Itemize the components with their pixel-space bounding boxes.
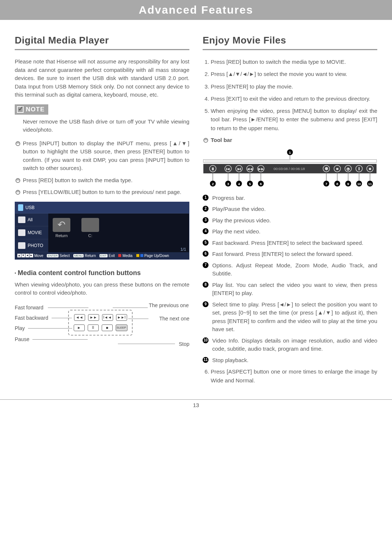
svg-text:10: 10 <box>357 182 361 186</box>
hint-select: ENTERSelect <box>47 254 70 258</box>
connector-line <box>128 319 148 319</box>
toolbar-label: Tool bar <box>203 136 377 145</box>
instruction-item: Press [YELLOW/BLUE] button to turn to th… <box>15 188 189 197</box>
svg-text:11: 11 <box>368 182 372 186</box>
step-item: Press [EXIT] to exit the video and retur… <box>211 94 377 103</box>
usb-icon <box>18 204 23 211</box>
svg-text:4: 4 <box>238 182 240 186</box>
sidebar-item-photo: PHOTO <box>15 239 48 252</box>
label-previous: The previous one <box>149 302 189 308</box>
instruction-item: Press [INPUT] button to display the INPU… <box>15 139 189 173</box>
media-browser-screenshot: USB All MOVIE PHOTO Return <box>15 202 189 260</box>
connector-line <box>52 318 72 318</box>
legend-item: Play the next video. <box>203 228 377 236</box>
left-column: Digital Media Player Please note that Hi… <box>15 35 189 388</box>
movie-icon <box>18 229 25 236</box>
red-button-icon <box>118 254 121 257</box>
hint-page: Page Up/Down <box>136 254 169 258</box>
svg-text:3: 3 <box>227 182 229 186</box>
toolbar-bullet: Tool bar <box>203 136 377 145</box>
note-box: NOTE <box>15 104 48 115</box>
sleep-button: SLEEP <box>116 324 127 331</box>
connector-line <box>48 308 88 308</box>
svg-text:i: i <box>358 167 360 171</box>
svg-text:8: 8 <box>336 182 339 186</box>
instruction-item: Press [RED] button to switch the media t… <box>15 176 189 185</box>
folder-return: Return <box>53 218 70 238</box>
svg-text:6: 6 <box>260 182 262 186</box>
section-title-dmp: Digital Media Player <box>15 35 189 50</box>
page-number: 13 <box>0 399 392 408</box>
legend-item: Select time to play. Press [◄/►] to sele… <box>203 301 377 334</box>
legend-item: Play the previous video. <box>203 216 377 225</box>
enter-key-icon: ENTER <box>47 254 58 257</box>
toolbar-diagram: 1 II I◄ ►I ◄◄ ►► 00:03:08 / 00: <box>203 149 377 190</box>
hint-move: ▲▼◄►Move <box>17 254 43 258</box>
svg-text:I◄: I◄ <box>226 168 230 171</box>
toolbar-svg: 1 II I◄ ►I ◄◄ ►► 00:03:08 / 00: <box>203 149 377 190</box>
legend-item: Play/Pause the video. <box>203 205 377 213</box>
fast-forward-button-icon: ►► <box>88 314 99 321</box>
movie-steps: Press [RED] button to switch the media t… <box>203 58 377 132</box>
svg-text:7: 7 <box>325 182 328 186</box>
svg-text:9: 9 <box>347 182 349 186</box>
label-fast-forward: Fast forward <box>15 305 43 310</box>
manual-page: Advanced Features Digital Media Player P… <box>0 0 392 423</box>
exit-key-icon: EXIT <box>99 254 108 257</box>
skip-next-button-icon: ►►I <box>116 314 127 321</box>
intro-paragraph: Please note that Hisense will not assume… <box>15 58 189 99</box>
legend-item: Video Info. Displays details on image re… <box>203 337 377 353</box>
toolbar-time-text: 00:03:08 / 00:06:18 <box>274 167 305 171</box>
toolbar-legend: Progress bar. Play/Pause the video. Play… <box>203 194 377 365</box>
svg-text:2: 2 <box>212 182 214 186</box>
photo-icon <box>18 242 25 249</box>
connector-line <box>113 308 148 308</box>
step-item: Press [ASPECT] button one or more times … <box>211 367 377 385</box>
right-column: Enjoy Movie Files Press [RED] button to … <box>203 35 377 388</box>
play-button-icon: ► <box>74 324 85 331</box>
page-indicator: 1/1 <box>48 246 189 252</box>
movie-step-6: Press [ASPECT] button one or more times … <box>203 367 377 385</box>
hint-return: MENUReturn <box>73 254 96 258</box>
rewind-button-icon: ◄◄ <box>74 314 85 321</box>
usb-header-row: USB <box>15 202 189 213</box>
label-next: The next one <box>159 316 189 322</box>
svg-rect-4 <box>204 160 290 162</box>
step-item: When enjoying the video, press [MENU] bu… <box>211 107 377 132</box>
skip-previous-button-icon: I◄◄ <box>102 314 113 321</box>
menu-key-icon: MENU <box>73 254 84 257</box>
connector-line <box>118 344 175 344</box>
sidebar-item-movie: MOVIE <box>15 226 48 239</box>
label-stop: Stop <box>179 341 189 347</box>
legend-item: Fast forward. Press [ENTER] to select th… <box>203 250 377 258</box>
dpad-icon: ▲▼◄► <box>17 254 33 257</box>
remote-button-cluster: ◄◄ ►► I◄◄ ►►I ► II ■ SLEEP <box>68 310 133 336</box>
step-item: Press [▲/▼/◄/►] to select the movie you … <box>211 70 377 78</box>
legend-item: Stop playback. <box>203 356 377 365</box>
hint-exit: EXITExit <box>99 254 115 258</box>
folder-grid: Return C: <box>48 213 189 246</box>
all-icon <box>18 216 25 223</box>
label-play: Play <box>15 325 25 331</box>
sidebar-item-all: All <box>15 213 48 226</box>
connector-line <box>32 339 88 340</box>
yellow-button-icon <box>136 254 139 257</box>
svg-text:►►: ►► <box>258 168 264 171</box>
label-fast-backward: Fast backward <box>15 315 48 321</box>
svg-text:◔: ◔ <box>347 167 350 171</box>
section-title-movie: Enjoy Movie Files <box>203 35 377 50</box>
svg-text:≡: ≡ <box>336 167 338 171</box>
note-label: NOTE <box>26 106 45 113</box>
svg-text:◄◄: ◄◄ <box>247 168 253 171</box>
hint-media: Media <box>118 254 132 258</box>
remote-control-diagram: Fast forward Fast backward Play Pause Th… <box>15 302 189 354</box>
legend-item: Fast backward. Press [ENTER] to select t… <box>203 239 377 247</box>
folder-icon <box>81 218 99 232</box>
legend-item: Progress bar. <box>203 194 377 202</box>
svg-text:II: II <box>212 167 214 171</box>
stop-button-icon: ■ <box>102 324 113 331</box>
return-folder-icon <box>53 218 70 232</box>
checkmark-icon <box>17 106 24 113</box>
svg-text:■: ■ <box>369 167 371 171</box>
legend-item: Options. Adjust Repeat Mode, Zoom Mode, … <box>203 261 377 278</box>
